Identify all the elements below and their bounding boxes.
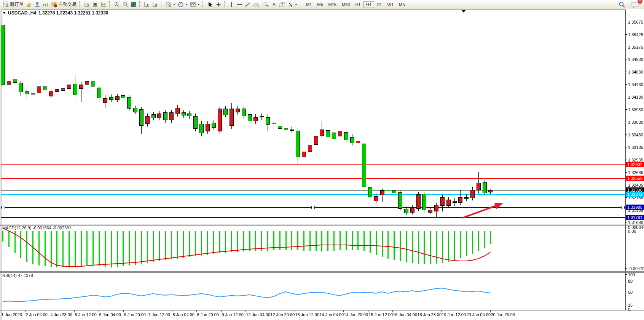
equidistant-channel-button[interactable]: E — [252, 0, 261, 9]
templates-button[interactable] — [189, 0, 201, 9]
chevron-down-icon — [185, 4, 188, 5]
fibonacci-icon: F — [262, 2, 269, 8]
svg-text:F: F — [267, 5, 268, 8]
crosshair-button[interactable] — [214, 0, 223, 9]
profile-button[interactable] — [33, 0, 41, 9]
toolbar-right: 1 — [617, 0, 642, 9]
tab-d1[interactable]: D1 — [374, 1, 385, 8]
tab-h1[interactable]: H1 — [352, 1, 363, 8]
search-icon — [618, 1, 625, 8]
toolbar-separator — [79, 1, 81, 8]
chart-canvas[interactable] — [0, 0, 644, 320]
chart-dropdown-icon — [3, 12, 6, 14]
indicators-button[interactable] — [164, 0, 177, 9]
arrows-button[interactable] — [286, 0, 298, 9]
toolbar-separator — [139, 1, 141, 8]
tab-m5[interactable]: M5 — [314, 1, 325, 8]
notification-badge: 1 — [637, 0, 643, 4]
template-icon — [190, 2, 196, 8]
symbol-period-label: USDCAD-,H4 — [8, 10, 36, 16]
zoom-out-button[interactable] — [121, 0, 129, 9]
cursor-icon — [207, 2, 213, 8]
tile-windows-icon — [131, 2, 137, 8]
auto-trading-icon — [51, 2, 57, 8]
chart-shift-button[interactable] — [151, 0, 159, 9]
text-label-button[interactable]: T — [278, 0, 286, 9]
ohlc-values: 1.32278 1.32343 1.32251 1.32330 — [38, 10, 108, 16]
cursor-button[interactable] — [206, 0, 214, 9]
trendline-button[interactable] — [244, 0, 252, 9]
tab-h4[interactable]: H4 — [363, 1, 374, 8]
clock-icon — [178, 2, 184, 8]
tab-w1[interactable]: W1 — [385, 1, 397, 8]
horizontal-line-button[interactable] — [235, 0, 244, 9]
candlestick-chart-button[interactable] — [91, 0, 99, 9]
vertical-line-button[interactable] — [228, 0, 235, 9]
crosshair-icon — [215, 2, 222, 8]
new-order-button[interactable]: 新订单 — [2, 0, 25, 9]
search-button[interactable] — [617, 0, 626, 9]
arrows-icon — [287, 2, 293, 8]
chart-shift-icon — [152, 2, 158, 8]
chevron-down-icon — [198, 4, 200, 5]
zoom-in-button[interactable] — [113, 0, 121, 9]
toolbar-separator — [224, 1, 226, 8]
toolbar-separator — [109, 1, 111, 8]
zoom-in-icon — [114, 2, 120, 8]
toolbar-separator — [202, 1, 204, 8]
vertical-line-icon — [229, 2, 234, 8]
gold-icon — [26, 2, 32, 8]
new-order-icon — [3, 2, 9, 8]
fibonacci-button[interactable]: F — [261, 0, 270, 9]
tile-windows-button[interactable] — [129, 0, 138, 9]
macd-indicator-label: MACD(12,26,9) -0.001664 -0.002691 — [2, 226, 72, 230]
trendline-icon — [245, 2, 251, 8]
new-order-label: 新订单 — [10, 1, 24, 8]
tab-m15[interactable]: M15 — [326, 1, 339, 8]
bar-chart-icon — [84, 2, 90, 8]
auto-trading-button[interactable]: 自动交易 — [50, 0, 78, 9]
bar-chart-button[interactable] — [83, 0, 91, 9]
toolbar-separator — [300, 1, 302, 8]
line-chart-button[interactable] — [99, 0, 108, 9]
svg-text:A: A — [273, 2, 276, 7]
tab-mn[interactable]: MN — [396, 1, 408, 8]
signals-button[interactable] — [41, 0, 50, 9]
toolbar-separator — [161, 1, 163, 8]
indicators-icon — [166, 2, 172, 8]
auto-trading-label: 自动交易 — [58, 1, 77, 8]
main-toolbar: 新订单 自动交易 — [0, 0, 644, 9]
auto-scroll-icon — [144, 2, 150, 8]
candlestick-chart-icon — [92, 2, 98, 8]
chevron-down-icon — [173, 4, 175, 5]
line-chart-icon — [100, 2, 107, 8]
signal-icon — [43, 2, 49, 8]
styler-button[interactable] — [25, 0, 33, 9]
tab-m1[interactable]: M1 — [303, 1, 314, 8]
auto-scroll-button[interactable] — [143, 0, 151, 9]
notifications-button[interactable]: 1 — [630, 0, 640, 9]
text-icon: A — [271, 2, 277, 8]
tab-m30[interactable]: M30 — [339, 1, 352, 8]
profile-icon — [34, 2, 40, 8]
chevron-down-icon — [295, 4, 297, 5]
channel-icon: E — [253, 2, 260, 8]
text-label-icon: T — [279, 2, 285, 8]
chart-header[interactable]: USDCAD-,H4 1.32278 1.32343 1.32251 1.323… — [3, 10, 108, 16]
zoom-out-icon — [122, 2, 128, 8]
periods-button[interactable] — [177, 0, 189, 9]
horizontal-line-icon — [236, 2, 242, 8]
rsi-indicator-label: RSI(14) 47.1378 — [2, 273, 33, 278]
svg-text:E: E — [258, 5, 260, 7]
svg-text:T: T — [281, 2, 284, 7]
text-button[interactable]: A — [270, 0, 278, 9]
